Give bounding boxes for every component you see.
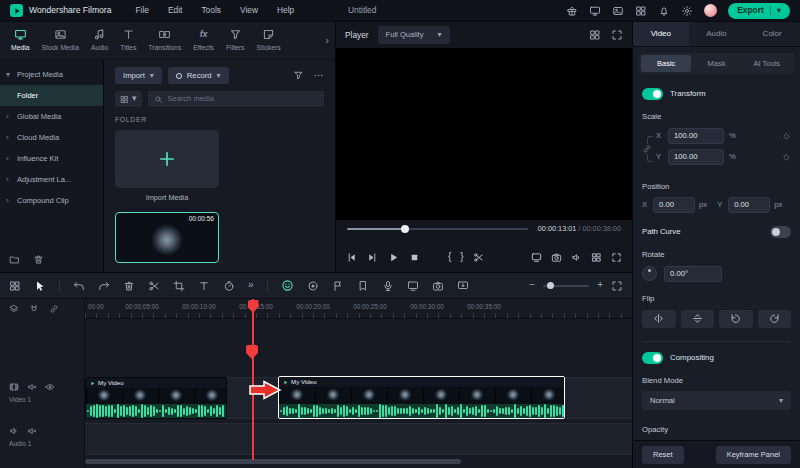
snapshot-icon[interactable] [432, 280, 444, 292]
mute-track-icon[interactable] [27, 382, 37, 392]
media-library-icon[interactable] [612, 5, 624, 17]
snapshot-icon[interactable] [551, 252, 562, 263]
next-frame-icon[interactable] [367, 252, 378, 263]
snap-icon[interactable] [29, 304, 39, 314]
rotate-cw-icon[interactable] [758, 310, 792, 328]
marker-icon[interactable] [332, 280, 344, 292]
subtab-basic[interactable]: Basic [641, 55, 691, 72]
sidebar-item-global-media[interactable]: ›Global Media [0, 106, 103, 127]
expand-preview-icon[interactable] [611, 29, 623, 41]
tab-audio[interactable]: Audio [689, 22, 745, 46]
seek-bar[interactable] [347, 228, 528, 230]
display-settings-icon[interactable] [531, 252, 542, 263]
timeline-scrollbar[interactable] [85, 459, 461, 464]
mark-in-icon[interactable]: { [448, 251, 451, 264]
stop-icon[interactable] [409, 252, 420, 263]
menu-help[interactable]: Help [277, 5, 294, 16]
delete-icon[interactable] [123, 280, 135, 292]
track-layout-icon[interactable] [9, 280, 21, 292]
play-icon[interactable] [388, 252, 399, 263]
keyframe-icon[interactable] [782, 132, 791, 141]
video-track-icon[interactable] [9, 382, 19, 392]
sidebar-item-influence-kit[interactable]: ›Influence Kit [0, 148, 103, 169]
bookmark-icon[interactable] [357, 280, 369, 292]
menu-edit[interactable]: Edit [168, 5, 182, 16]
zoom-slider[interactable] [543, 285, 589, 287]
speed-icon[interactable] [223, 280, 235, 292]
layout-icon[interactable] [635, 5, 647, 17]
import-media-card[interactable] [115, 130, 219, 188]
zoom-out-icon[interactable]: − [529, 279, 535, 292]
ai-portrait-icon[interactable] [281, 279, 294, 292]
fit-timeline-icon[interactable] [611, 280, 623, 292]
flip-horizontal-icon[interactable] [642, 310, 676, 328]
reset-button[interactable]: Reset [642, 446, 684, 464]
tab-audio[interactable]: Audio [91, 28, 108, 52]
menu-tools[interactable]: Tools [201, 5, 221, 16]
volume-icon[interactable] [571, 252, 582, 263]
text-tool-icon[interactable] [198, 280, 210, 292]
zoom-in-icon[interactable]: + [597, 279, 603, 292]
auto-ripple-icon[interactable] [49, 304, 59, 314]
transform-toggle[interactable] [642, 88, 663, 100]
menu-file[interactable]: File [135, 5, 149, 16]
tab-color[interactable]: Color [744, 22, 800, 46]
previous-frame-icon[interactable] [346, 252, 357, 263]
link-axes-icon[interactable] [642, 144, 652, 154]
hide-track-icon[interactable] [45, 382, 55, 392]
tab-media[interactable]: Media [11, 28, 30, 52]
quality-dropdown[interactable]: Full Quality▾ [378, 26, 450, 44]
rotate-dial[interactable] [642, 266, 657, 281]
tab-filters[interactable]: Filters [226, 28, 245, 52]
position-y-input[interactable]: 0.00 [728, 197, 770, 213]
subtab-ai-tools[interactable]: AI Tools [742, 55, 792, 72]
keyframe-icon[interactable] [782, 153, 791, 162]
mute-track-icon[interactable] [27, 426, 37, 436]
position-x-input[interactable]: 0.00 [653, 197, 695, 213]
zoom-handle[interactable] [547, 282, 554, 289]
redo-icon[interactable] [98, 280, 110, 292]
tab-transitions[interactable]: Transitions [148, 28, 181, 52]
sidebar-item-adjustment-layer[interactable]: ›Adjustment La... [0, 169, 103, 190]
path-curve-toggle[interactable] [770, 226, 791, 238]
track-manager-icon[interactable] [9, 304, 19, 314]
compositing-toggle[interactable] [642, 352, 663, 364]
more-tools-icon[interactable]: » [248, 279, 254, 292]
notifications-icon[interactable] [658, 5, 670, 17]
sidebar-item-cloud-media[interactable]: ›Cloud Media [0, 127, 103, 148]
tab-effects[interactable]: fxEffects [193, 28, 214, 52]
sidebar-item-folder[interactable]: Folder [0, 85, 103, 106]
export-frame-icon[interactable] [457, 280, 469, 292]
sidebar-item-project-media[interactable]: ▾Project Media [0, 64, 103, 85]
fullscreen-icon[interactable] [611, 252, 622, 263]
user-avatar[interactable] [704, 4, 717, 17]
grid-overlay-icon[interactable] [591, 252, 602, 263]
seek-handle[interactable] [401, 225, 409, 233]
voiceover-icon[interactable] [382, 280, 394, 292]
scale-y-input[interactable]: 100.00 [668, 149, 724, 165]
audio-track-icon[interactable] [9, 426, 19, 436]
media-clip-thumbnail[interactable]: 00:00:56 [115, 212, 219, 263]
keyframe-panel-button[interactable]: Keyframe Panel [716, 446, 791, 464]
import-button[interactable]: Import▾ [115, 67, 162, 84]
split-icon[interactable] [148, 280, 160, 292]
gift-icon[interactable] [566, 5, 578, 17]
delete-folder-icon[interactable] [33, 254, 44, 265]
time-ruler[interactable]: 00:00 00:00:05:00 00:00:10:00 00:00:15:0… [85, 299, 632, 319]
blend-mode-dropdown[interactable]: Normal ▾ [642, 391, 791, 410]
record-icon[interactable] [307, 280, 319, 292]
tab-stock-media[interactable]: Stock Media [42, 28, 79, 52]
export-button[interactable]: Export ▾ [728, 3, 790, 19]
pointer-tool-icon[interactable] [34, 280, 46, 292]
rotate-input[interactable]: 0.00° [664, 266, 722, 282]
undo-icon[interactable] [73, 280, 85, 292]
quick-split-icon[interactable] [473, 252, 484, 263]
tab-titles[interactable]: Titles [120, 28, 136, 52]
scale-x-input[interactable]: 100.00 [668, 128, 724, 144]
export-dropdown-icon[interactable]: ▾ [777, 5, 781, 16]
more-options-icon[interactable] [313, 70, 324, 81]
subtab-mask[interactable]: Mask [691, 55, 741, 72]
menu-view[interactable]: View [240, 5, 258, 16]
safe-area-icon[interactable] [589, 29, 601, 41]
timeline-clip[interactable]: My Video [85, 377, 227, 419]
